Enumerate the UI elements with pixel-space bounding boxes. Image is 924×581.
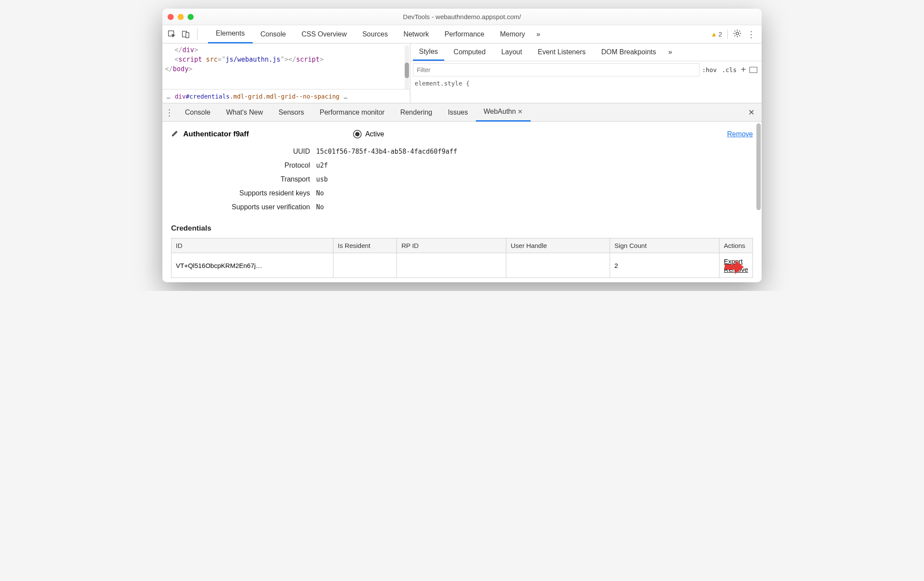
styles-tab-styles[interactable]: Styles (413, 43, 444, 61)
col-userhandle: User Handle (506, 238, 610, 253)
prop-row: Supports resident keysNo (180, 189, 753, 197)
hov-toggle[interactable]: :hov (702, 66, 717, 73)
credentials-heading: Credentials (171, 224, 753, 233)
drawer-tab-label: WebAuthn (484, 108, 516, 116)
device-toolbar-icon[interactable] (180, 28, 192, 40)
breadcrumb-tag: div (175, 92, 185, 101)
tab-memory[interactable]: Memory (492, 25, 533, 43)
cell-id: VT+Ql516ObcpKRM2En67j… (172, 253, 333, 278)
warning-count: 2 (719, 30, 722, 38)
breadcrumb-more-left[interactable]: … (167, 92, 170, 101)
code-tag: script (296, 56, 320, 63)
prop-label: UUID (180, 148, 310, 155)
warning-badge[interactable]: ▲ 2 (711, 30, 722, 38)
styles-tab-event-listeners[interactable]: Event Listeners (531, 43, 591, 61)
cell-rpid (397, 253, 506, 278)
table-header-row: ID Is Resident RP ID User Handle Sign Co… (172, 238, 753, 253)
styles-tabs: Styles Computed Layout Event Listeners D… (410, 43, 762, 61)
styles-tab-computed[interactable]: Computed (448, 43, 492, 61)
authenticator-header: Authenticator f9aff Active Remove (171, 129, 753, 139)
edit-pencil-icon[interactable] (171, 129, 179, 139)
close-tab-icon[interactable]: ✕ (518, 108, 523, 115)
drawer-menu-kebab-icon[interactable]: ⋮ (165, 107, 174, 118)
styles-tab-layout[interactable]: Layout (495, 43, 528, 61)
webauthn-panel: Authenticator f9aff Active Remove UUID15… (162, 122, 762, 282)
drawer-tab-console[interactable]: Console (177, 103, 218, 122)
styles-pane: Styles Computed Layout Event Listeners D… (410, 43, 762, 103)
prop-row: UUID15c01f56-785f-43b4-ab58-4facd60f9aff (180, 148, 753, 155)
scrollbar-vertical[interactable] (405, 45, 409, 94)
styles-tab-dom-breakpoints[interactable]: DOM Breakpoints (595, 43, 662, 61)
cell-signcount: 2 (610, 253, 719, 278)
prop-row: Protocolu2f (180, 162, 753, 169)
settings-gear-icon[interactable] (733, 29, 742, 40)
col-id: ID (172, 238, 333, 253)
cls-toggle[interactable]: .cls (722, 66, 737, 73)
window-title: DevTools - webauthndemo.appspot.com/ (162, 13, 762, 20)
inspect-element-icon[interactable] (166, 28, 178, 40)
devtools-window: DevTools - webauthndemo.appspot.com/ Ele… (162, 9, 762, 282)
close-drawer-icon[interactable]: ✕ (748, 108, 755, 117)
breadcrumb-class: .mdl-grid.mdl-grid--no-spacing (230, 92, 340, 101)
active-radio[interactable]: Active (353, 130, 384, 139)
main-tabs: Elements Console CSS Overview Sources Ne… (208, 25, 711, 43)
elements-dom-tree[interactable]: </div> <script src="js/webauthn.js"></sc… (162, 43, 410, 103)
warning-triangle-icon: ▲ (711, 30, 717, 38)
code-attr: src (206, 56, 218, 63)
code-tag: div (182, 46, 194, 54)
divider (727, 30, 728, 39)
minimize-window-button[interactable] (178, 14, 184, 20)
radio-icon (353, 130, 362, 139)
drawer-tab-webauthn[interactable]: WebAuthn ✕ (476, 103, 531, 122)
cell-isresident (333, 253, 396, 278)
remove-authenticator-link[interactable]: Remove (727, 130, 753, 138)
drawer-tab-whatsnew[interactable]: What's New (218, 103, 271, 122)
new-style-rule-plus-icon[interactable]: + (741, 65, 746, 75)
prop-value: usb (316, 175, 328, 183)
prop-label: Supports user verification (180, 203, 310, 211)
more-tabs-chevron-icon[interactable]: » (533, 25, 544, 43)
tab-elements[interactable]: Elements (208, 25, 253, 43)
fullscreen-window-button[interactable] (188, 14, 194, 20)
svg-rect-2 (186, 33, 189, 38)
annotation-arrow-icon (724, 258, 745, 277)
authenticator-title: Authenticator f9aff (183, 130, 249, 139)
svg-point-3 (736, 32, 739, 35)
table-row: VT+Ql516ObcpKRM2En67j… 2 Export Remove (172, 253, 753, 278)
prop-label: Transport (180, 175, 310, 183)
prop-label: Protocol (180, 162, 310, 169)
element-style-rule[interactable]: element.style { (410, 78, 762, 89)
tab-performance[interactable]: Performance (437, 25, 492, 43)
code-str: js/webauthn.js (225, 56, 280, 63)
tab-sources[interactable]: Sources (354, 25, 396, 43)
tab-console[interactable]: Console (253, 25, 294, 43)
tab-network[interactable]: Network (396, 25, 437, 43)
drawer-tab-sensors[interactable]: Sensors (271, 103, 312, 122)
styles-filter-row: :hov .cls + (410, 61, 762, 78)
prop-value: u2f (316, 162, 328, 169)
toggle-computed-panel-icon[interactable] (749, 67, 757, 73)
prop-row: Supports user verificationNo (180, 203, 753, 211)
drawer-tab-perfmon[interactable]: Performance monitor (312, 103, 392, 122)
drawer-tab-issues[interactable]: Issues (440, 103, 475, 122)
main-menu-kebab-icon[interactable]: ⋮ (747, 29, 756, 40)
cell-userhandle (506, 253, 610, 278)
window-titlebar: DevTools - webauthndemo.appspot.com/ (162, 9, 762, 25)
breadcrumb-more-right[interactable]: … (344, 92, 347, 101)
close-window-button[interactable] (168, 14, 174, 20)
scrollbar-thumb[interactable] (405, 63, 409, 78)
main-toolbar: Elements Console CSS Overview Sources Ne… (162, 25, 762, 43)
breadcrumb[interactable]: … div#credentials.mdl-grid.mdl-grid--no-… (162, 89, 410, 103)
active-label: Active (365, 130, 384, 138)
traffic-lights (168, 14, 194, 20)
drawer-tab-rendering[interactable]: Rendering (393, 103, 440, 122)
tab-css-overview[interactable]: CSS Overview (294, 25, 354, 43)
prop-value: 15c01f56-785f-43b4-ab58-4facd60f9aff (316, 148, 457, 155)
drawer-tabs: ⋮ Console What's New Sensors Performance… (162, 103, 762, 122)
code-tag: script (178, 56, 202, 63)
elements-styles-split: </div> <script src="js/webauthn.js"></sc… (162, 43, 762, 103)
prop-value: No (316, 203, 324, 211)
styles-filter-input[interactable] (413, 63, 700, 76)
scrollbar-vertical[interactable] (756, 123, 761, 210)
styles-more-chevron-icon[interactable]: » (666, 43, 675, 61)
